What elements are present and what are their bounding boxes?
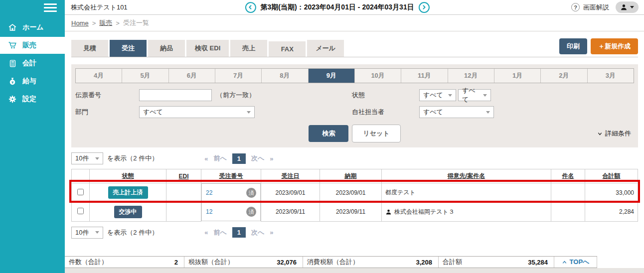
user-menu[interactable] xyxy=(616,1,639,13)
month-tab-nov[interactable]: 11月 xyxy=(401,69,448,83)
bottom-strip xyxy=(65,268,644,273)
header-total[interactable]: 合計額 xyxy=(585,169,638,183)
month-tab-jan[interactable]: 1月 xyxy=(494,69,541,83)
month-tab-jul[interactable]: 7月 xyxy=(215,69,262,83)
prev-page-button[interactable]: 前へ xyxy=(213,154,226,163)
staff-select-value: すべて xyxy=(423,108,443,117)
totals-count-label: 件数（合計） xyxy=(69,258,108,267)
caret-down-icon xyxy=(483,94,487,97)
department-select[interactable]: すべて xyxy=(139,106,255,118)
caret-down-icon xyxy=(247,111,251,114)
chevron-down-icon xyxy=(597,131,603,136)
tab-acceptance-edi[interactable]: 検収 EDI xyxy=(186,40,229,57)
row-checkbox[interactable] xyxy=(77,189,84,195)
next-page-button[interactable]: 次へ xyxy=(251,228,264,237)
status-select-1[interactable]: すべて xyxy=(419,89,456,101)
sidebar-item-home[interactable]: ホーム xyxy=(0,19,65,36)
sidebar-item-settings[interactable]: 設定 xyxy=(0,91,65,108)
month-tab-dec[interactable]: 12月 xyxy=(448,69,494,83)
subject-cell xyxy=(551,183,585,203)
per-page-select[interactable]: 10件 xyxy=(71,152,103,164)
print-button[interactable]: 印刷 xyxy=(559,38,587,54)
header-order-date[interactable]: 受注日 xyxy=(261,169,320,183)
totals-bar: 件数（合計） 2 税抜額（合計） 32,076 消費税額（合計） 3,208 合… xyxy=(65,256,597,268)
status-label: 状態 xyxy=(352,91,419,100)
current-page-button[interactable]: 1 xyxy=(232,227,246,238)
edi-cell xyxy=(166,202,201,221)
month-tab-may[interactable]: 5月 xyxy=(122,69,168,83)
search-row: 検索 リセット 詳細条件 xyxy=(75,125,634,142)
sidebar-item-accounting[interactable]: 会計 xyxy=(0,55,65,72)
prev-page-button[interactable]: 前へ xyxy=(213,228,226,237)
month-tab-feb[interactable]: 2月 xyxy=(541,69,587,83)
month-tab-apr[interactable]: 4月 xyxy=(76,69,122,83)
pagination-top: 10件 を表示（2 件中） « 前へ 1 次へ » xyxy=(71,152,638,164)
header-edi[interactable]: EDI xyxy=(166,169,201,183)
chevron-up-icon xyxy=(562,260,567,265)
back-to-top-link[interactable]: TOPへ xyxy=(554,257,597,268)
status-select-1-value: すべて xyxy=(423,91,443,100)
customer-cell: 株式会社福岡テスト３ xyxy=(382,202,551,221)
breadcrumb-home[interactable]: Home xyxy=(71,19,89,27)
per-page-select[interactable]: 10件 xyxy=(71,227,103,239)
slip-number-input[interactable] xyxy=(139,89,212,101)
reset-button[interactable]: リセット xyxy=(352,125,400,142)
help-link[interactable]: 画面解説 xyxy=(583,3,609,12)
header-customer[interactable]: 得意先/案件名 xyxy=(382,169,551,183)
staff-select[interactable]: すべて xyxy=(419,106,494,118)
last-page-button[interactable]: » xyxy=(270,155,273,162)
status-select-2-value: すべて xyxy=(462,86,480,104)
tab-quote[interactable]: 見積 xyxy=(71,40,108,57)
tab-fax[interactable]: FAX xyxy=(269,41,306,57)
create-new-button[interactable]: ＋新規作成 xyxy=(591,38,638,54)
orders-table: 状態 EDI 受注番号 受注日 納期 得意先/案件名 件名 合計額 xyxy=(71,169,638,222)
department-label: 部門 xyxy=(75,108,139,117)
status-badge[interactable]: 売上計上済 xyxy=(108,186,148,199)
order-no-link[interactable]: 22 xyxy=(206,189,212,196)
breadcrumb-separator: > xyxy=(116,19,120,27)
tab-sales[interactable]: 売上 xyxy=(230,40,267,57)
header-status[interactable]: 状態 xyxy=(90,169,166,183)
header-subject[interactable]: 件名 xyxy=(551,169,585,183)
customer-name: 株式会社福岡テスト３ xyxy=(394,208,455,216)
detail-conditions-link[interactable]: 詳細条件 xyxy=(597,129,631,138)
tab-actions: 印刷 ＋新規作成 xyxy=(559,38,638,57)
hamburger-menu-icon[interactable] xyxy=(0,0,65,15)
help-icon[interactable]: ? xyxy=(571,3,580,11)
header-order-no[interactable]: 受注番号 xyxy=(201,169,261,183)
month-tab-sep[interactable]: 9月 xyxy=(309,69,355,83)
sidebar: ホーム 販売 会計 ¥ 給与 xyxy=(0,0,65,273)
first-page-button[interactable]: « xyxy=(204,229,208,236)
tab-mail[interactable]: メール xyxy=(307,40,344,57)
slip-number-label: 伝票番号 xyxy=(75,91,139,100)
pagination-bottom: 10件 を表示（2 件中） « 前へ 1 次へ » xyxy=(71,227,638,239)
edi-cell xyxy=(166,183,201,203)
status-badge[interactable]: 交渉中 xyxy=(114,206,142,218)
status-select-2[interactable]: すべて xyxy=(458,89,491,101)
current-page-button[interactable]: 1 xyxy=(232,153,246,164)
staff-row: 自社担当者 すべて xyxy=(352,106,634,118)
header-due-date[interactable]: 納期 xyxy=(320,169,382,183)
sidebar-item-sales[interactable]: 販売 xyxy=(0,37,65,54)
next-page-button[interactable]: 次へ xyxy=(251,154,264,163)
order-no-link[interactable]: 12 xyxy=(206,208,212,215)
period-prev-button[interactable] xyxy=(245,2,256,13)
tab-order[interactable]: 受注 xyxy=(110,40,147,57)
totals-count: 件数（合計） 2 xyxy=(65,257,184,268)
breadcrumb-sales[interactable]: 販売 xyxy=(99,18,112,27)
month-tab-jun[interactable]: 6月 xyxy=(169,69,215,83)
done-badge: 済 xyxy=(246,188,256,198)
period-next-button[interactable] xyxy=(419,2,430,13)
month-tab-aug[interactable]: 8月 xyxy=(262,69,308,83)
totals-count-value: 2 xyxy=(174,259,178,266)
row-checkbox[interactable] xyxy=(77,208,84,214)
sidebar-item-label: 販売 xyxy=(22,41,36,50)
search-button[interactable]: 検索 xyxy=(309,125,348,142)
first-page-button[interactable]: « xyxy=(204,155,208,162)
last-page-button[interactable]: » xyxy=(270,229,273,236)
tab-delivery[interactable]: 納品 xyxy=(148,40,185,57)
month-tab-mar[interactable]: 3月 xyxy=(588,69,634,83)
month-tab-oct[interactable]: 10月 xyxy=(355,69,401,83)
sidebar-item-payroll[interactable]: ¥ 給与 xyxy=(0,73,65,90)
sidebar-item-label: 設定 xyxy=(22,95,36,104)
